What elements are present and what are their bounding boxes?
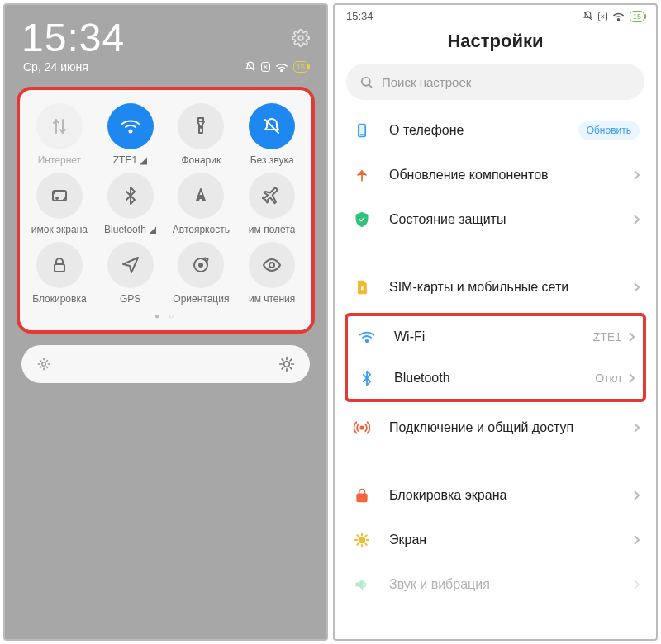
settings-row-sim[interactable]: SIM-карты и мобильные сети [340, 265, 651, 310]
status-icons: × 15 [245, 61, 308, 73]
row-value: ZTE1 [593, 330, 621, 343]
update-pill[interactable]: Обновить [578, 121, 640, 140]
svg-line-21 [46, 361, 47, 362]
eye-icon [249, 242, 295, 288]
row-label: Экран [389, 533, 633, 547]
settings-search[interactable]: Поиск настроек [346, 64, 644, 100]
chevron-right-icon [633, 579, 640, 590]
row-value: Откл [595, 372, 621, 385]
qs-tile-lock[interactable]: Блокировка [25, 242, 94, 305]
battery-icon: 15 [293, 61, 308, 73]
search-placeholder: Поиск настроек [382, 75, 471, 89]
row-label: Блокировка экрана [389, 488, 633, 503]
shield-icon [351, 209, 373, 230]
qs-tile-screenshot[interactable]: имок экрана [25, 173, 94, 235]
svg-point-33 [362, 77, 370, 85]
settings-row-lockscreen[interactable]: Блокировка экрана [340, 473, 651, 518]
clock: 15:34 [21, 15, 125, 60]
screenshot-icon [36, 173, 83, 219]
row-label: Wi-Fi [394, 329, 593, 344]
sim-status: × [598, 12, 607, 21]
qs-tile-label: им чтения [249, 293, 295, 305]
settings-row-display[interactable]: Экран [340, 518, 651, 562]
date-row: Ср, 24 июня × 15 [5, 60, 326, 82]
chevron-right-icon [633, 214, 640, 225]
bluetooth-icon [107, 173, 154, 219]
highlighted-group: Wi-FiZTE1BluetoothОткл [345, 313, 646, 402]
qs-tile-flashlight[interactable]: Фонарик [167, 103, 236, 166]
chevron-right-icon [633, 282, 640, 293]
settings-row-bluetooth[interactable]: BluetoothОткл [348, 358, 643, 399]
qs-tile-label: Без звука [250, 154, 294, 166]
settings-row-tethering[interactable]: Подключение и общий доступ [340, 405, 651, 450]
qs-tile-wifi[interactable]: ZTE1 ◢ [96, 103, 165, 166]
clock: 15:34 [346, 10, 373, 22]
svg-line-47 [365, 543, 367, 545]
brightness-high-icon [278, 356, 295, 372]
qs-tile-gps[interactable]: GPS [96, 242, 165, 305]
svg-point-13 [42, 362, 46, 367]
brightness-low-icon [36, 357, 51, 372]
qs-tile-label: Блокировка [32, 293, 86, 305]
svg-line-28 [290, 367, 292, 369]
chevron-right-icon [633, 534, 640, 546]
svg-line-30 [290, 359, 292, 361]
gps-icon [107, 242, 154, 288]
qs-tile-orientation[interactable]: Ориентация [167, 242, 236, 305]
orientation-icon [178, 242, 224, 288]
page-title: Настройки [335, 24, 656, 64]
settings-row-sound[interactable]: Звук и вибрация [340, 562, 651, 607]
svg-line-48 [357, 543, 359, 545]
date: Ср, 24 июня [23, 60, 88, 73]
chevron-right-icon [628, 331, 635, 343]
autobright-icon [178, 173, 224, 219]
svg-point-11 [199, 263, 202, 267]
lock-sq-icon [351, 485, 373, 506]
svg-point-2 [281, 70, 283, 72]
qs-tile-label: Автояркость [173, 224, 230, 235]
row-label: О телефоне [389, 123, 578, 138]
qs-tile-airplane[interactable]: им полета [237, 173, 307, 235]
svg-line-19 [46, 367, 47, 367]
wifi-icon [107, 103, 154, 149]
svg-line-27 [282, 359, 283, 361]
qs-tile-internet[interactable]: Интернет [25, 103, 94, 166]
svg-rect-9 [55, 264, 64, 272]
flashlight-icon [178, 103, 224, 149]
qs-tile-autobright[interactable]: Автояркость [167, 173, 236, 235]
settings-row-wifi[interactable]: Wi-FiZTE1 [348, 316, 643, 358]
qs-tile-label: Ориентация [173, 293, 229, 305]
mute-icon [583, 11, 593, 21]
lock-icon [36, 242, 83, 288]
qs-tile-bluetooth[interactable]: Bluetooth ◢ [96, 173, 165, 235]
status-bar: 15:34 [5, 5, 326, 60]
wifi-icon [356, 326, 378, 348]
row-label: SIM-карты и мобильные сети [389, 280, 633, 295]
row-label: Состояние защиты [389, 212, 633, 227]
settings-row-components[interactable]: Обновление компонентов [340, 153, 651, 197]
settings-row-security[interactable]: Состояние защиты [340, 197, 651, 242]
qs-tile-label: Фонарик [182, 154, 221, 166]
chevron-right-icon [633, 490, 640, 501]
brightness-slider[interactable] [21, 345, 310, 383]
svg-point-22 [284, 362, 290, 367]
svg-line-18 [40, 361, 41, 362]
qs-tile-reading[interactable]: им чтения [237, 242, 307, 305]
airplane-icon [249, 173, 295, 219]
phone-quick-settings: 15:34 Ср, 24 июня × 15 ИнтернетZTE1 ◢Фон… [3, 3, 328, 641]
svg-point-38 [366, 340, 369, 343]
settings-row-about[interactable]: О телефонеОбновить [340, 108, 651, 153]
qs-tile-label: GPS [120, 293, 140, 305]
chevron-right-icon [633, 422, 640, 433]
qs-tile-mute[interactable]: Без звука [237, 103, 307, 166]
settings-gear-icon[interactable] [292, 29, 310, 47]
svg-rect-40 [357, 494, 367, 501]
svg-point-41 [359, 537, 365, 543]
sim-status: × [261, 62, 270, 72]
svg-line-29 [282, 367, 283, 369]
battery-icon: 15 [630, 11, 644, 22]
svg-line-46 [357, 535, 359, 537]
search-icon [359, 75, 373, 89]
phone-settings: 15:34 × 15 Настройки Поиск настроек О те… [333, 3, 658, 641]
bluetooth-icon [356, 367, 378, 389]
